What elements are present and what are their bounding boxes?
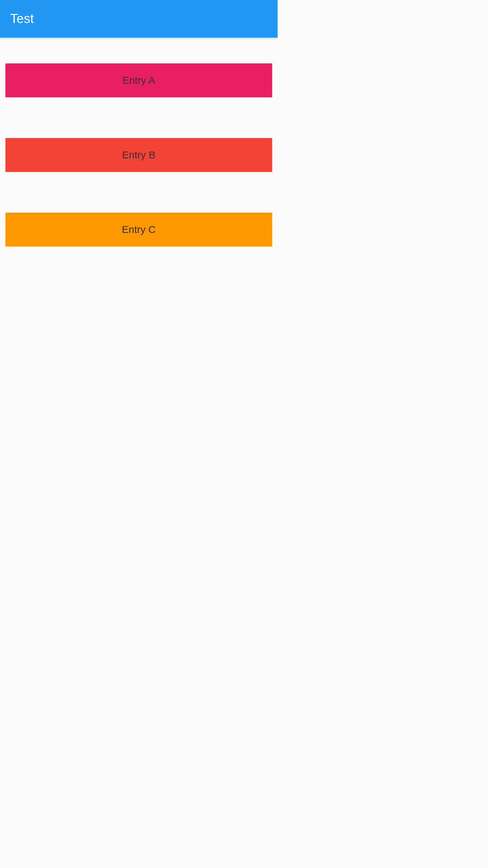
entry-a-label: Entry A <box>122 75 155 86</box>
entry-c-button[interactable]: Entry C <box>5 213 272 246</box>
page-title: Test <box>10 12 34 26</box>
entry-b-button[interactable]: Entry B <box>5 138 272 172</box>
entry-b-label: Entry B <box>122 149 155 161</box>
entry-c-label: Entry C <box>122 224 156 235</box>
main-content: Entry A Entry B Entry C <box>0 38 278 293</box>
entry-a-button[interactable]: Entry A <box>5 63 272 97</box>
app-bar: Test <box>0 0 278 38</box>
